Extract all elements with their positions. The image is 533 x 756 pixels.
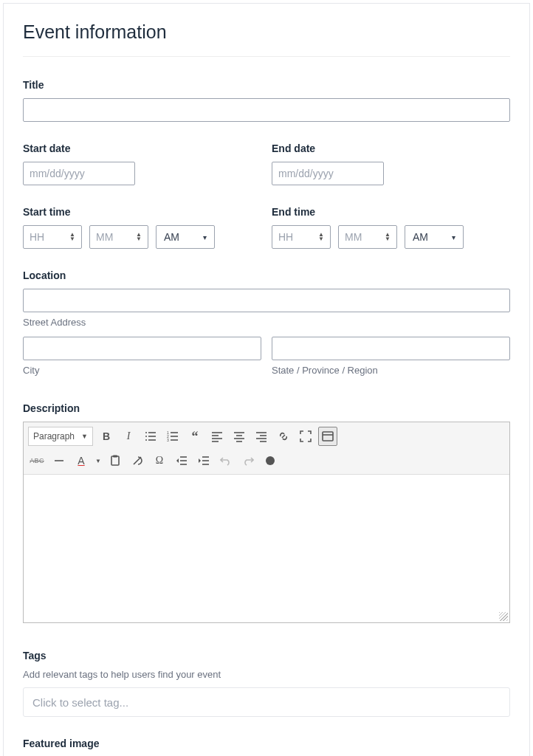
street-address-input[interactable] xyxy=(23,289,510,312)
location-label: Location xyxy=(23,269,510,281)
end-time-hour-input[interactable]: HH ▲▼ xyxy=(272,225,331,249)
svg-text:3: 3 xyxy=(167,438,169,442)
start-date-label: Start date xyxy=(23,142,261,154)
fullscreen-button[interactable] xyxy=(296,427,315,446)
blockquote-button[interactable]: “ xyxy=(185,427,204,446)
title-input[interactable] xyxy=(23,98,510,122)
svg-point-0 xyxy=(145,432,147,433)
horizontal-rule-button[interactable] xyxy=(49,451,69,470)
start-time-group: Start time HH ▲▼ MM ▲▼ AM ▾ xyxy=(23,206,261,249)
dates-row: Start date mm/dd/yyyy End date mm/dd/yyy… xyxy=(23,142,510,185)
tags-placeholder: Click to select tag... xyxy=(32,696,128,709)
bullet-list-button[interactable] xyxy=(141,427,160,446)
city-sublabel: City xyxy=(23,365,261,376)
svg-point-2 xyxy=(145,436,147,437)
chevron-down-icon: ▾ xyxy=(203,233,207,241)
svg-point-4 xyxy=(145,439,147,441)
text-color-dropdown-button[interactable]: ▼ xyxy=(94,451,103,470)
state-sublabel: State / Province / Region xyxy=(272,365,510,376)
city-input[interactable] xyxy=(23,337,261,360)
end-time-ampm-select[interactable]: AM ▾ xyxy=(405,225,464,249)
event-form-panel: Event information Title Start date mm/dd… xyxy=(3,3,530,756)
end-date-input[interactable]: mm/dd/yyyy xyxy=(272,162,384,185)
stepper-arrows-icon: ▲▼ xyxy=(69,233,75,241)
featured-image-group: Featured image Upload a banner image for… xyxy=(23,738,510,756)
stepper-arrows-icon: ▲▼ xyxy=(318,233,324,241)
end-time-ampm-value: AM xyxy=(413,231,428,243)
italic-button[interactable]: I xyxy=(119,427,138,446)
link-button[interactable] xyxy=(274,427,293,446)
help-button[interactable]: ? xyxy=(261,451,280,470)
outdent-button[interactable] xyxy=(172,451,191,470)
end-date-placeholder: mm/dd/yyyy xyxy=(278,168,334,179)
state-input[interactable] xyxy=(272,337,510,360)
end-time-label: End time xyxy=(272,206,510,218)
text-color-button[interactable]: A xyxy=(72,451,91,470)
tags-helper: Add relevant tags to help users find you… xyxy=(23,669,510,680)
end-time-minute-input[interactable]: MM ▲▼ xyxy=(338,225,397,249)
start-time-minute-placeholder: MM xyxy=(96,231,113,243)
tags-group: Tags Add relevant tags to help users fin… xyxy=(23,650,510,717)
align-left-button[interactable] xyxy=(207,427,227,446)
chevron-down-icon: ▾ xyxy=(452,233,455,241)
start-time-hour-input[interactable]: HH ▲▼ xyxy=(23,225,82,249)
start-date-placeholder: mm/dd/yyyy xyxy=(30,168,85,179)
start-time-ampm-select[interactable]: AM ▾ xyxy=(156,225,215,249)
toolbar-toggle-button[interactable] xyxy=(318,427,337,446)
description-label: Description xyxy=(23,402,510,414)
paragraph-format-select[interactable]: Paragraph ▼ xyxy=(28,427,93,446)
location-group: Location Street Address City State / Pro… xyxy=(23,269,510,376)
end-time-group: End time HH ▲▼ MM ▲▼ AM ▾ xyxy=(272,206,510,249)
title-label: Title xyxy=(23,79,510,91)
svg-text:?: ? xyxy=(269,458,272,464)
svg-rect-24 xyxy=(323,432,333,441)
stepper-arrows-icon: ▲▼ xyxy=(385,233,391,241)
numbered-list-button[interactable]: 123 xyxy=(163,427,182,446)
end-time-minute-placeholder: MM xyxy=(345,231,362,243)
description-group: Description Paragraph ▼ B I 123 “ xyxy=(23,402,510,623)
tags-label: Tags xyxy=(23,650,510,662)
editor-toolbar: Paragraph ▼ B I 123 “ xyxy=(24,422,509,475)
editor-content-area[interactable] xyxy=(24,475,509,622)
indent-button[interactable] xyxy=(194,451,213,470)
rich-text-editor: Paragraph ▼ B I 123 “ xyxy=(23,422,510,623)
stepper-arrows-icon: ▲▼ xyxy=(136,233,142,241)
clear-formatting-button[interactable] xyxy=(128,451,147,470)
start-time-label: Start time xyxy=(23,206,261,218)
end-time-hour-placeholder: HH xyxy=(278,231,293,243)
strikethrough-button[interactable]: ABC xyxy=(27,451,47,470)
resize-grip-icon[interactable] xyxy=(499,612,508,621)
street-address-sublabel: Street Address xyxy=(23,317,510,328)
page-title: Event information xyxy=(23,21,510,57)
undo-button[interactable] xyxy=(216,451,235,470)
align-center-button[interactable] xyxy=(230,427,249,446)
start-date-group: Start date mm/dd/yyyy xyxy=(23,142,261,185)
times-row: Start time HH ▲▼ MM ▲▼ AM ▾ End time xyxy=(23,206,510,249)
svg-rect-30 xyxy=(111,456,119,465)
featured-image-label: Featured image xyxy=(23,738,510,749)
align-right-button[interactable] xyxy=(252,427,271,446)
start-time-hour-placeholder: HH xyxy=(30,231,44,243)
dropdown-triangle-icon: ▼ xyxy=(81,433,88,440)
start-date-input[interactable]: mm/dd/yyyy xyxy=(23,162,135,185)
start-time-ampm-value: AM xyxy=(164,231,179,243)
svg-rect-31 xyxy=(113,456,117,458)
special-character-button[interactable]: Ω xyxy=(150,451,169,470)
end-date-group: End date mm/dd/yyyy xyxy=(272,142,510,185)
title-field-group: Title xyxy=(23,79,510,122)
start-time-minute-input[interactable]: MM ▲▼ xyxy=(89,225,148,249)
redo-button[interactable] xyxy=(238,451,258,470)
end-date-label: End date xyxy=(272,142,510,154)
tags-select-input[interactable]: Click to select tag... xyxy=(23,687,510,717)
paste-text-button[interactable] xyxy=(106,451,125,470)
bold-button[interactable]: B xyxy=(97,427,116,446)
